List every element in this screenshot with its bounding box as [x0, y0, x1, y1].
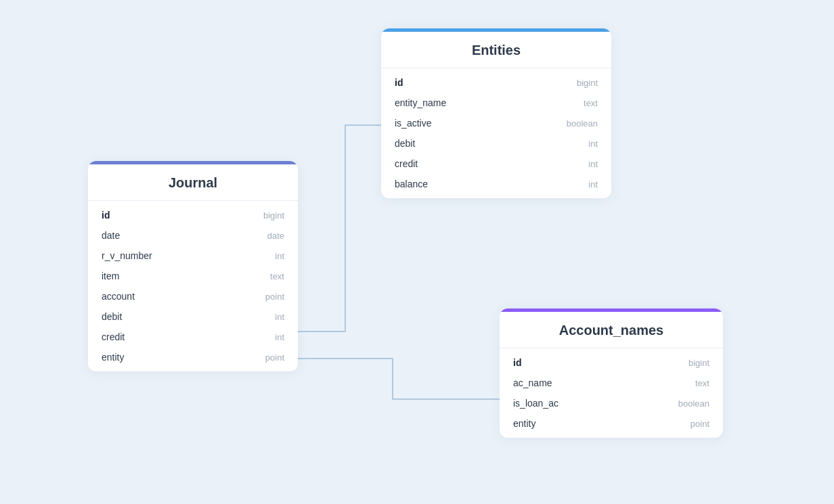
- field-name: entity: [513, 418, 535, 429]
- field-type: bigint: [688, 358, 709, 368]
- table-row: date date: [88, 225, 298, 246]
- field-name: r_v_number: [102, 250, 152, 261]
- entities-table-title: Entities: [381, 28, 611, 68]
- field-type: text: [695, 378, 709, 388]
- field-type: boolean: [678, 398, 709, 409]
- table-row: is_active boolean: [381, 113, 611, 133]
- field-type: int: [588, 139, 598, 149]
- table-row: id bigint: [381, 72, 611, 93]
- field-type: date: [267, 231, 284, 241]
- field-type: bigint: [263, 210, 284, 221]
- field-name: ac_name: [513, 377, 552, 388]
- table-row: balance int: [381, 174, 611, 194]
- field-type: bigint: [577, 78, 598, 88]
- field-type: int: [588, 159, 598, 169]
- table-entities: Entities id bigint entity_name text is_a…: [381, 28, 611, 198]
- field-name: item: [102, 271, 119, 281]
- field-type: text: [584, 98, 598, 108]
- field-name: id: [102, 210, 110, 221]
- connection-journal-entities: [298, 125, 381, 331]
- table-journal: Journal id bigint date date r_v_number i…: [88, 161, 298, 371]
- field-name: credit: [395, 158, 418, 169]
- entities-table-rows: id bigint entity_name text is_active boo…: [381, 68, 611, 198]
- field-name: balance: [395, 179, 428, 189]
- field-name: entity_name: [395, 97, 446, 108]
- field-name: is_active: [395, 118, 431, 129]
- field-name: id: [395, 77, 403, 88]
- field-type: int: [275, 332, 284, 342]
- field-type: int: [275, 312, 284, 322]
- field-type: int: [275, 251, 284, 261]
- table-row: account point: [88, 286, 298, 306]
- table-row: credit int: [381, 154, 611, 174]
- table-row: credit int: [88, 327, 298, 347]
- table-row: item text: [88, 266, 298, 286]
- table-row: entity_name text: [381, 93, 611, 113]
- field-type: boolean: [567, 118, 598, 129]
- field-type: point: [265, 352, 284, 363]
- field-name: account: [102, 291, 135, 302]
- table-row: entity point: [88, 347, 298, 367]
- connection-journal-account-names: [298, 359, 500, 399]
- account-names-table-title: Account_names: [500, 308, 723, 348]
- field-name: credit: [102, 331, 125, 342]
- table-row: id bigint: [500, 352, 723, 373]
- table-row: debit int: [381, 133, 611, 154]
- table-row: is_loan_ac boolean: [500, 393, 723, 413]
- table-row: ac_name text: [500, 373, 723, 393]
- field-name: is_loan_ac: [513, 398, 558, 409]
- field-type: point: [690, 419, 709, 429]
- field-type: text: [270, 271, 284, 281]
- field-name: debit: [395, 138, 415, 149]
- field-type: int: [588, 179, 598, 189]
- journal-table-title: Journal: [88, 161, 298, 201]
- table-row: entity point: [500, 413, 723, 434]
- field-name: debit: [102, 311, 122, 322]
- account-names-table-rows: id bigint ac_name text is_loan_ac boolea…: [500, 348, 723, 438]
- table-row: id bigint: [88, 205, 298, 225]
- field-name: id: [513, 357, 521, 368]
- table-account-names: Account_names id bigint ac_name text is_…: [500, 308, 723, 438]
- table-row: debit int: [88, 306, 298, 327]
- diagram-canvas: Entities id bigint entity_name text is_a…: [0, 0, 834, 504]
- field-type: point: [265, 292, 284, 302]
- journal-table-rows: id bigint date date r_v_number int item …: [88, 201, 298, 371]
- table-row: r_v_number int: [88, 246, 298, 266]
- field-name: entity: [102, 352, 124, 363]
- field-name: date: [102, 230, 120, 241]
